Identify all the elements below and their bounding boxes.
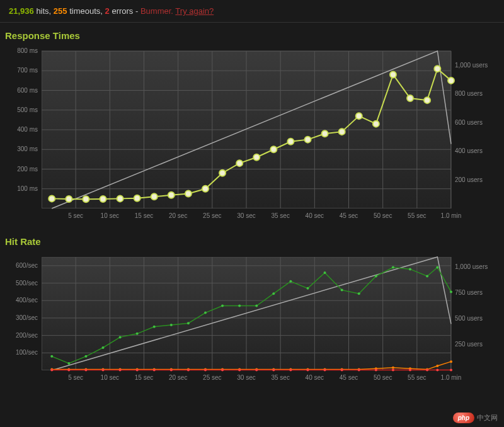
svg-point-66 [102,346,105,349]
svg-point-111 [436,365,438,367]
x-tick: 50 sec [374,212,392,219]
summary-bar: 21,936 hits, 255 timeouts, 2 errors - Bu… [0,0,504,23]
x-tick: 20 sec [169,212,187,219]
svg-point-117 [119,368,122,371]
x-tick: 1.0 min [441,212,462,219]
svg-point-119 [153,368,156,371]
y-right-tick: 500 users [455,315,483,322]
y-left-tick: 100 ms [5,185,38,192]
svg-point-65 [84,355,87,358]
svg-point-128 [307,368,309,371]
svg-point-87 [450,290,452,293]
svg-point-134 [409,368,411,371]
svg-point-73 [221,305,224,307]
svg-point-133 [392,368,394,371]
svg-point-25 [134,195,140,202]
svg-point-81 [358,292,360,295]
errors-count: 2 [105,6,110,16]
watermark: php 中文网 [453,413,498,423]
watermark-text: 中文网 [477,413,498,423]
x-tick: 25 sec [203,374,221,381]
svg-point-26 [151,193,158,200]
svg-point-36 [322,130,328,137]
svg-point-72 [204,312,207,314]
svg-point-86 [436,266,438,269]
hits-label: hits, [36,6,51,16]
y-left-tick: 500/sec [5,280,38,287]
svg-point-136 [436,368,438,371]
svg-point-129 [324,368,326,371]
svg-point-108 [392,367,394,369]
watermark-badge: php [453,413,474,423]
svg-point-41 [407,95,413,101]
svg-point-64 [67,362,70,365]
y-right-tick: 1,000 users [455,62,488,69]
y-left-tick: 100/sec [5,349,38,356]
y-left-tick: 400/sec [5,297,38,304]
errors-label: errors - [112,6,138,16]
svg-point-74 [238,305,241,307]
svg-point-115 [84,368,87,371]
x-tick: 35 sec [271,374,289,381]
svg-point-116 [102,368,105,371]
svg-point-78 [307,287,309,290]
x-tick: 15 sec [135,212,153,219]
svg-point-80 [341,289,343,292]
svg-point-29 [202,186,209,192]
svg-point-32 [253,154,260,161]
y-left-tick: 200 ms [5,166,38,173]
response-times-chart: 100 ms200 ms300 ms400 ms500 ms600 ms700 … [5,46,499,229]
svg-point-68 [136,333,139,335]
svg-point-130 [341,368,343,371]
y-left-tick: 400 ms [5,126,38,133]
svg-point-137 [450,368,452,371]
y-right-tick: 400 users [455,147,483,154]
hit-rate-title: Hit Rate [0,229,504,252]
y-left-tick: 300 ms [5,145,38,152]
y-right-tick: 250 users [455,341,483,348]
svg-point-38 [356,113,362,119]
svg-point-71 [187,322,190,324]
svg-point-63 [50,355,53,358]
svg-point-123 [221,368,224,371]
svg-point-35 [305,137,311,143]
svg-point-126 [272,368,275,371]
svg-point-37 [339,128,345,135]
y-left-tick: 300/sec [5,314,38,321]
svg-point-34 [287,139,294,145]
svg-point-131 [358,368,360,371]
svg-point-39 [373,121,379,127]
svg-point-33 [270,146,277,152]
x-tick: 20 sec [169,374,187,381]
x-tick: 15 sec [135,374,153,381]
svg-point-27 [168,192,175,198]
bummer-text: Bummer. [140,6,173,16]
svg-point-67 [119,336,122,338]
svg-point-83 [392,266,394,269]
y-left-tick: 600/sec [5,262,38,269]
x-tick: 5 sec [68,374,83,381]
x-tick: 30 sec [237,212,255,219]
x-tick: 45 sec [340,212,358,219]
y-left-tick: 500 ms [5,106,38,113]
y-right-tick: 600 users [455,119,483,126]
svg-point-121 [187,368,190,371]
hits-count: 21,936 [9,6,34,16]
y-right-tick: 200 users [455,176,483,183]
y-left-tick: 600 ms [5,87,38,94]
svg-point-77 [289,280,292,283]
svg-point-122 [204,368,207,371]
try-again-link[interactable]: Try again? [175,6,214,16]
response-times-title: Response Times [0,23,504,46]
svg-point-132 [375,368,377,371]
svg-point-22 [83,196,89,202]
y-left-tick: 200/sec [5,332,38,339]
svg-point-76 [272,292,275,295]
x-tick: 35 sec [271,212,289,219]
svg-point-118 [136,368,139,371]
svg-point-113 [50,368,53,371]
svg-point-28 [185,191,192,197]
x-tick: 30 sec [237,374,255,381]
y-right-tick: 750 users [455,289,483,296]
timeouts-count: 255 [54,6,67,16]
